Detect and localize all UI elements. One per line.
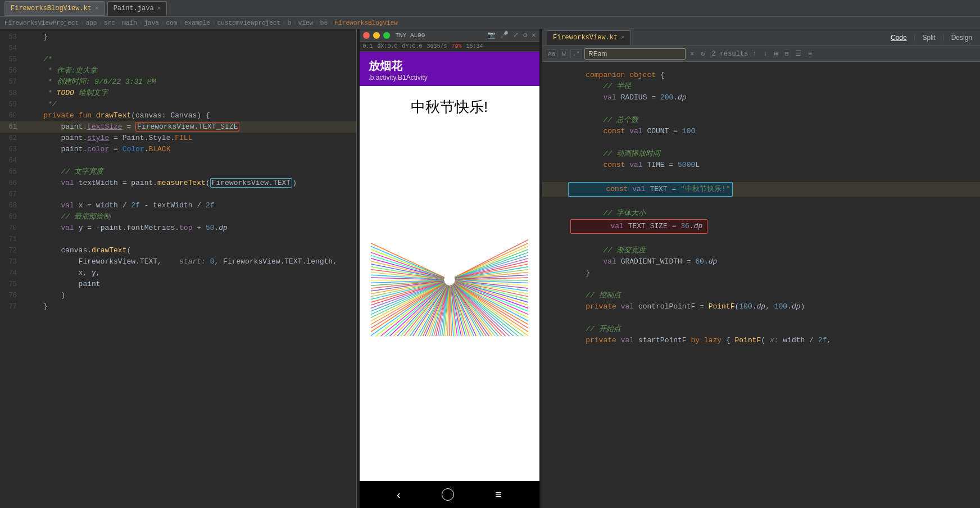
code-line-69: 69 // 最底部绘制 [0,211,356,223]
code-line-62: 62 paint.style = Paint.Style.FILL [0,133,356,144]
traffic-light-yellow[interactable] [373,32,380,39]
code-line-60: 60 private fun drawText(canvas: Canvas) … [0,110,356,121]
match-case-btn[interactable]: Aa [546,49,557,58]
close-search-icon[interactable]: ✕ [688,48,696,59]
search-input[interactable] [584,48,686,60]
code-panel-right: FireworksView.kt × Code | Split | Design… [542,29,980,508]
expand-icon[interactable]: ⤢ [513,31,519,39]
right-blank4 [542,197,980,208]
code-line-54: 54 [0,43,356,54]
tab-paint-java[interactable]: Paint.java × [107,1,167,16]
right-controlpointF: private val controlPointF = PointF(100.d… [542,301,980,312]
right-blank1 [542,103,980,115]
right-blank2 [542,137,980,148]
emulator-metric-bar: 0.1 dX:0.0 dY:0.0 3635/s 79% 15:34 [360,42,539,52]
code-line-70: 70 val y = -paint.fontMetrics.top + 50.d… [0,223,356,234]
filter-search-icon[interactable]: ≡ [806,49,814,59]
code-line-70-highlighted: 61 paint.textSize = FireworksView.TEXT_S… [0,121,356,133]
code-line-67: 67 [0,189,356,200]
code-line-65: 65 // 文字宽度 [0,166,356,178]
settings-icon[interactable]: ⚙ [523,31,527,39]
right-gradient-val: val GRADIENT_WIDTH = 60.dp [542,256,980,267]
right-radius-val: val RADIUS = 200.dp [542,92,980,103]
right-startpointF: private val startPointF by lazy { PointF… [542,335,980,346]
phone-body: 中秋节快乐! [360,86,539,481]
code-line-63: 63 paint.color = Color.BLACK [0,144,356,155]
nav-back-button[interactable]: ‹ [397,488,401,501]
code-line-66: 66 val textWidth = paint.measureText(Fir… [0,178,356,189]
right-blank5 [542,234,980,245]
right-blank6 [542,279,980,290]
tab-fireworks-view-kt[interactable]: FireworksView.kt × [547,30,631,45]
regex-btn[interactable]: .* [570,49,582,58]
code-line-77: 77 } [0,301,356,312]
phone-app-title: 放烟花 [369,58,530,74]
expand-search-icon[interactable]: ⊞ [772,48,781,59]
code-line-72: 72 canvas.drawText( [0,245,356,256]
whole-word-btn[interactable]: W [560,49,568,58]
emulator-top-bar: TNY AL00 📷 🎤 ⤢ ⚙ ✕ [360,29,539,42]
right-blank3 [542,171,980,182]
tab-label: Paint.java [114,4,154,12]
mic-icon[interactable]: 🎤 [500,31,509,39]
next-result-btn[interactable]: ↓ [761,49,770,59]
phone-greeting: 中秋节快乐! [411,97,488,117]
phone-panel: TNY AL00 📷 🎤 ⤢ ⚙ ✕ 0.1 dX:0.0 dY:0.0 363… [357,29,542,508]
settings-search-icon[interactable]: ☰ [793,48,804,59]
view-mode-code[interactable]: Code [887,33,910,43]
code-line-56: 56 * 作者:史大拿 [0,65,356,76]
code-content-right: companion object { // 半径 val RADIUS = 20… [542,62,980,508]
search-bar: Aa W .* ✕ ↻ 2 results ↑ ↓ ⊞ ⊟ ☰ ≡ [542,46,980,62]
tab-label: FireworksBlogView.kt [11,4,92,12]
code-line-76: 76 ) [0,290,356,301]
tab-close-icon[interactable]: × [157,5,161,12]
emulator-title: TNY AL00 [396,32,425,39]
right-comment-radius: // 半径 [542,81,980,92]
right-blank7 [542,312,980,324]
view-mode-design[interactable]: Design [948,33,976,43]
prev-result-btn[interactable]: ↑ [750,49,759,59]
tab-close-icon[interactable]: × [621,34,625,41]
traffic-light-red[interactable] [363,32,370,39]
right-comment-textsize: // 字体大小 [542,208,980,219]
right-comment-gradient: // 渐变宽度 [542,245,980,256]
camera-icon[interactable]: 📷 [487,31,496,39]
right-comment-time: // 动画播放时间 [542,148,980,160]
code-line-59: 59 */ [0,99,356,110]
breadcrumb: FireworksViewProject › app › src › main … [0,17,980,29]
refresh-icon[interactable]: ↻ [698,48,707,59]
phone-frame: 放烟花 .b.activity.B1Activity 中秋节快乐! [360,52,539,508]
code-line-73: 73 FireworksView.TEXT, start: 0, Firewor… [0,256,356,267]
search-results: 2 results [711,50,748,58]
tab-close-icon[interactable]: × [95,5,99,12]
phone-app-subtitle: .b.activity.B1Activity [369,74,530,81]
code-line-64: 64 [0,155,356,166]
code-line-57: 57 * 创建时间: 9/6/22 3:31 PM [0,76,356,88]
code-line-74: 74 x, y, [0,267,356,279]
tab-label: FireworksView.kt [553,34,618,42]
code-line-75: 75 paint [0,279,356,290]
right-comment-count: // 总个数 [542,115,980,126]
code-line-71: 71 [0,234,356,245]
phone-app-bar: 放烟花 .b.activity.B1Activity [360,52,539,86]
traffic-light-green[interactable] [383,32,390,39]
nav-home-button[interactable] [442,488,454,501]
close-icon[interactable]: ✕ [532,31,536,39]
right-text-val: const val TEXT = "中秋节快乐!" [542,182,980,197]
fireworks-display [371,123,528,336]
code-line-55: 55 /* [0,54,356,65]
right-comment-control: // 控制点 [542,290,980,301]
right-count-val: const val COUNT = 100 [542,126,980,137]
tab-bar-right: FireworksView.kt × Code | Split | Design [542,29,980,46]
tab-fireworks-blog-view[interactable]: FireworksBlogView.kt × [4,1,105,16]
nav-menu-button[interactable]: ≡ [495,488,502,501]
code-line-53: 53 } [0,31,356,43]
code-content-left: 53 } 54 55 /* 56 * 作者:史大拿 57 [0,29,356,508]
tab-bar-left: FireworksBlogView.kt × Paint.java × [0,0,980,17]
right-time-val: const val TIME = 5000L [542,160,980,171]
split-search-icon[interactable]: ⊟ [783,49,791,58]
code-line-58: 58 * TODO 绘制文字 [0,88,356,99]
view-mode-split[interactable]: Split [919,33,938,43]
right-close-brace: } [542,267,980,279]
right-companion-object: companion object { [542,70,980,81]
